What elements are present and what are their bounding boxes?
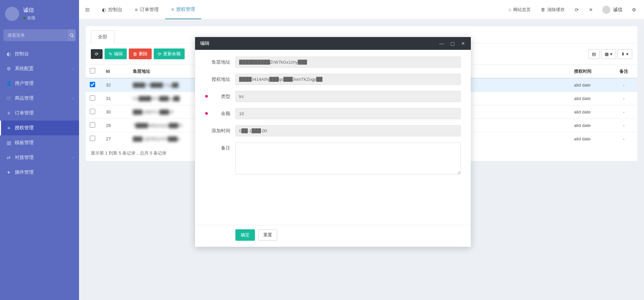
search-input[interactable] [3,29,68,41]
minimize-button[interactable]: — [439,41,444,46]
balance-field[interactable] [235,108,461,119]
sidebar-item-template-mgmt[interactable]: ▥ 模板管理 [0,135,79,150]
list-icon: ≡ [6,110,11,116]
cell-id: 27 [102,132,129,146]
sidebar-item-integration-mgmt[interactable]: ⇄ 对接管理 ‹ [0,150,79,165]
modal-footer: 确定 重置 [195,225,471,247]
expand-icon: ✕ [589,7,593,12]
reset-button[interactable]: 重置 [258,229,277,241]
status-dot-icon [23,17,26,20]
sidebar-item-label: 用户管理 [15,80,34,87]
sidebar-item-order-mgmt[interactable]: ≡ 订单管理 [0,106,79,121]
auth-addr-label: 授权地址 [205,74,235,82]
sidebar-item-system-config[interactable]: ⚙ 系统配置 ‹ [0,61,79,76]
plug-icon: ✦ [6,170,11,175]
search-list-icon: ▤ [592,52,596,57]
sidebar-item-label: 控制台 [15,51,29,57]
fish-addr-field[interactable] [235,57,461,68]
update-balance-button[interactable]: ⟳ 更新余额 [154,48,185,59]
menu-icon [85,7,90,12]
svg-point-0 [70,33,73,36]
auth-addr-field[interactable] [235,74,461,85]
sidebar-item-user-mgmt[interactable]: 👤 用户管理 [0,76,79,91]
cell-note: - [610,119,637,132]
delete-button[interactable]: 🗑 删除 [129,48,152,59]
inner-tab-all[interactable]: 全部 [91,30,114,43]
row-checkbox[interactable] [90,95,95,101]
gear-icon: ⚙ [632,7,636,12]
pencil-icon: ✎ [109,52,112,57]
refresh-icon: ⟳ [95,52,99,57]
select-all-checkbox[interactable] [90,68,95,73]
balance-label: 余额 [205,108,235,117]
tab-dashboard[interactable]: ◐ 控制台 [96,0,129,19]
search-icon [70,33,74,38]
user-name: 诚信 [23,7,35,14]
add-time-label: 添加时间 [205,125,235,134]
trash-icon: 🗑 [133,52,137,57]
refresh-table-button[interactable]: ⟳ [91,49,103,59]
maximize-button[interactable]: ▢ [450,41,455,46]
home-label: 网站首页 [513,7,531,13]
type-field[interactable] [235,91,461,102]
fullscreen-button[interactable]: ✕ [584,0,598,20]
row-checkbox[interactable] [90,82,95,87]
modal-body: 鱼苗地址 授权地址 类型 余额 添加时间 备注 [195,50,471,225]
edit-modal: 编辑 — ▢ ✕ 鱼苗地址 授权地址 类型 余额 [195,37,471,247]
row-checkbox[interactable] [90,122,95,128]
cell-id: 32 [102,78,129,92]
confirm-button[interactable]: 确定 [235,229,255,241]
chevron-left-icon: ‹ [72,96,73,100]
delete-label: 删除 [139,51,148,57]
tab-order-mgmt[interactable]: ≡ 订单管理 [129,0,165,19]
export-button[interactable]: ⬇▾ [617,49,632,59]
col-note[interactable]: 备注 [610,65,637,78]
list-icon: ≡ [171,7,174,12]
user-status: 在线 [23,15,35,21]
clear-cache-button[interactable]: 🗑 清除缓存 [536,0,569,20]
tab-auth-mgmt[interactable]: ≡ 授权管理 [165,0,201,19]
modal-header[interactable]: 编辑 — ▢ ✕ [195,37,471,50]
search-toggle-button[interactable]: ▤ [588,49,600,59]
note-label: 备注 [205,142,235,151]
cell-auth-time: alid date [570,132,610,146]
update-balance-label: 更新余额 [163,51,181,57]
caret-down-icon: ▾ [626,52,629,57]
close-button[interactable]: ✕ [460,41,466,46]
cell-note: - [610,92,637,105]
type-label: 类型 [205,91,235,100]
col-id[interactable]: Id [102,65,129,78]
topbar: ◐ 控制台 ≡ 订单管理 ≡ 授权管理 ⌂ 网站首页 🗑 [79,0,644,20]
refresh-button[interactable]: ⟳ [570,0,583,20]
sidebar-item-label: 订单管理 [15,110,34,116]
tab-label: 授权管理 [176,6,195,12]
cell-id: 28 [102,119,129,132]
cog-icon: ⚙ [6,66,11,71]
sidebar-item-label: 对接管理 [15,155,34,161]
topbar-user[interactable]: 诚信 [598,6,627,14]
add-time-field[interactable] [235,125,461,136]
home-icon: ⌂ [508,7,511,12]
col-auth-time[interactable]: 授权时间 [570,65,610,78]
cell-note: - [610,78,637,92]
clear-cache-label: 清除缓存 [547,7,565,13]
note-field[interactable] [235,142,461,174]
columns-button[interactable]: ▦▾ [601,49,616,59]
exchange-icon: ⇄ [6,155,11,160]
sidebar-item-dashboard[interactable]: ◐ 控制台 [0,46,79,61]
fish-addr-label: 鱼苗地址 [205,57,235,65]
sidebar-item-auth-mgmt[interactable]: ≡ 授权管理 [0,121,79,135]
settings-button[interactable]: ⚙ [627,0,641,20]
row-checkbox[interactable] [90,109,95,114]
search-button[interactable] [68,29,76,41]
user-panel: 诚信 在线 [0,0,79,28]
sidebar-item-plugin-mgmt[interactable]: ✦ 插件管理 [0,165,79,180]
sidebar-item-product-mgmt[interactable]: 🛒 商品管理 ‹ [0,91,79,106]
row-checkbox[interactable] [90,136,95,141]
dashboard-icon: ◐ [102,7,106,12]
cell-id: 30 [102,105,129,119]
menu-toggle-button[interactable] [79,0,96,19]
cart-icon: 🛒 [6,96,11,101]
home-button[interactable]: ⌂ 网站首页 [504,0,535,20]
edit-button[interactable]: ✎ 编辑 [105,48,127,59]
